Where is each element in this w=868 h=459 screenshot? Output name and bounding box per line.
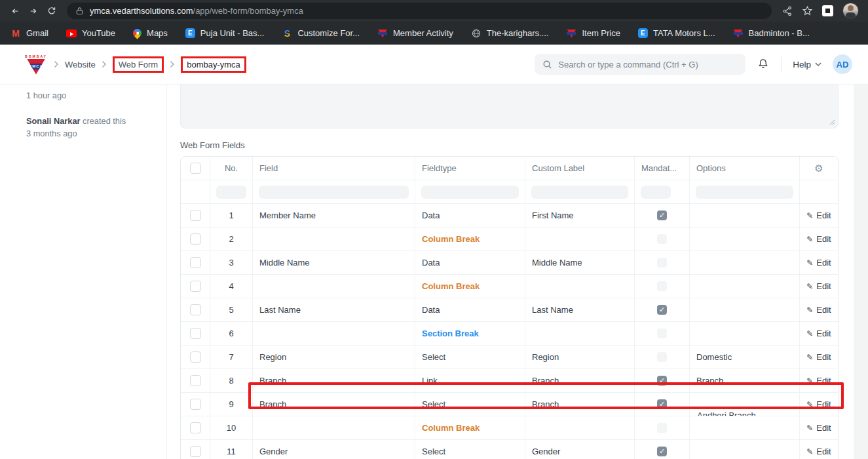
- options-cell: Branch: [690, 369, 800, 392]
- filter-input-options[interactable]: [696, 186, 793, 199]
- user-avatar[interactable]: AD: [833, 54, 852, 74]
- fieldtype-value: Column Break: [422, 234, 480, 244]
- edit-button[interactable]: ✎Edit: [802, 304, 835, 315]
- table-row-4[interactable]: 4Column Break✎Edit: [181, 275, 838, 298]
- resize-handle-icon[interactable]: [829, 119, 835, 125]
- edit-button[interactable]: ✎Edit: [802, 233, 835, 245]
- mandatory-checkbox[interactable]: [657, 234, 667, 244]
- column-header-custom-label: Custom Label: [525, 157, 635, 180]
- filter-input-field[interactable]: [259, 186, 409, 199]
- breadcrumb-item-web-form[interactable]: Web Form: [119, 60, 158, 70]
- help-menu[interactable]: Help: [793, 60, 821, 70]
- table-row-1[interactable]: 1Member NameDataFirst Name✓✎Edit: [181, 204, 838, 228]
- row-checkbox[interactable]: [190, 446, 201, 457]
- row-checkbox[interactable]: [190, 281, 201, 292]
- mandatory-checkbox[interactable]: ✓: [657, 399, 667, 409]
- table-row-8[interactable]: 8BranchLinkBranch✓Branch✎Edit: [181, 369, 838, 393]
- mandatory-checkbox[interactable]: [657, 352, 667, 362]
- bookmark-customize-for[interactable]: SCustomize For...: [282, 28, 360, 39]
- created-timestamp: 3 months ago: [26, 129, 77, 138]
- bookmark-puja-unit-bas[interactable]: EPuja Unit - Bas...: [185, 28, 265, 38]
- row-checkbox[interactable]: [190, 422, 201, 433]
- app-logo[interactable]: BOMBAY YMCA: [25, 54, 47, 75]
- table-row-11[interactable]: 11GenderSelectGender✓Male✎Edit: [181, 440, 838, 459]
- table-row-7[interactable]: 7RegionSelectRegionDomestic✎Edit: [181, 346, 838, 369]
- bookmark-maps[interactable]: Maps: [133, 28, 168, 38]
- address-bar[interactable]: ymca.vedarthsolutions.com/app/web-form/b…: [67, 3, 772, 19]
- custom-label-cell: [525, 228, 635, 250]
- filter-input-custom-label[interactable]: [531, 186, 628, 199]
- pencil-icon: ✎: [806, 447, 813, 456]
- edit-button[interactable]: ✎Edit: [802, 328, 835, 339]
- bookmark-item-price[interactable]: Item Price: [566, 28, 620, 39]
- row-checkbox[interactable]: [190, 351, 201, 363]
- fieldtype-cell: Link: [415, 369, 525, 392]
- row-checkbox[interactable]: [190, 399, 201, 410]
- breadcrumb-item-bombay-ymca[interactable]: bombay-ymca: [187, 60, 240, 70]
- bookmark-the-karighars[interactable]: The-karighars....: [471, 28, 549, 39]
- options-cell: Domestic: [690, 346, 800, 369]
- table-row-3[interactable]: 3Middle NameDataMiddle Name✎Edit: [181, 251, 838, 275]
- bookmark-star-icon[interactable]: [802, 5, 813, 16]
- bookmark-member-activity[interactable]: Member Activity: [377, 28, 453, 39]
- edit-cell: ✎Edit: [800, 298, 838, 321]
- table-row-9[interactable]: 9BranchSelectBranch✓Andheri Branch✎Edit: [181, 393, 838, 416]
- row-checkbox[interactable]: [190, 304, 201, 315]
- edit-button[interactable]: ✎Edit: [802, 351, 835, 363]
- filter-input-mandatory[interactable]: [641, 186, 671, 199]
- mandatory-checkbox[interactable]: [657, 258, 667, 268]
- chevron-down-icon: [815, 62, 821, 67]
- filter-input-fieldtype[interactable]: [421, 186, 519, 199]
- bookmark-gmail[interactable]: MGmail: [10, 28, 48, 39]
- bookmark-tata-motors-l[interactable]: ETATA Motors L...: [638, 28, 715, 38]
- row-checkbox[interactable]: [190, 375, 201, 386]
- bookmark-youtube[interactable]: YouTube: [66, 28, 115, 38]
- fieldtype-value: Data: [422, 305, 440, 315]
- edit-button[interactable]: ✎Edit: [802, 399, 835, 410]
- share-icon[interactable]: [782, 6, 793, 16]
- browser-profile-avatar[interactable]: [842, 3, 859, 19]
- edit-button[interactable]: ✎Edit: [802, 257, 835, 268]
- created-info: Sonali Narkar created this 3 months ago: [26, 115, 153, 140]
- back-icon[interactable]: [7, 3, 24, 20]
- breadcrumb-item-website[interactable]: Website: [65, 60, 96, 70]
- table-row-5[interactable]: 5Last NameDataLast Name✓✎Edit: [181, 298, 838, 322]
- bell-icon[interactable]: [757, 58, 770, 71]
- mandatory-checkbox[interactable]: [657, 281, 667, 291]
- row-checkbox[interactable]: [190, 257, 201, 268]
- gear-icon[interactable]: ⚙: [814, 163, 823, 174]
- table-row-6[interactable]: 6Section Break✎Edit: [181, 322, 838, 346]
- bookmark-label: Item Price: [582, 28, 620, 38]
- extension-icon[interactable]: [822, 5, 833, 16]
- lock-icon: [75, 6, 85, 16]
- table-row-10[interactable]: 10Column Break✎Edit: [181, 416, 838, 440]
- column-header-mandat: Mandat...: [635, 157, 690, 180]
- row-select-cell: [181, 346, 210, 369]
- mandatory-checkbox[interactable]: ✓: [657, 447, 667, 456]
- edit-button[interactable]: ✎Edit: [802, 375, 835, 386]
- filter-input-no[interactable]: [216, 186, 246, 199]
- mandatory-checkbox[interactable]: ✓: [657, 305, 667, 315]
- edit-button[interactable]: ✎Edit: [802, 446, 835, 457]
- page-scrollbar[interactable]: [854, 85, 868, 459]
- row-checkbox[interactable]: [190, 210, 201, 221]
- mandatory-checkbox[interactable]: [657, 329, 667, 338]
- select-all-checkbox[interactable]: [190, 163, 201, 174]
- mandatory-checkbox[interactable]: [657, 423, 667, 433]
- search-input[interactable]: Search or type a command (Ctrl + G): [535, 54, 745, 75]
- browser-toolbar: ymca.vedarthsolutions.com/app/web-form/b…: [0, 0, 868, 22]
- comment-textarea[interactable]: [180, 85, 839, 129]
- mandatory-checkbox[interactable]: ✓: [657, 210, 667, 220]
- row-no-cell: 11: [210, 440, 253, 459]
- youtube-icon: [66, 30, 77, 37]
- edit-button[interactable]: ✎Edit: [802, 210, 835, 221]
- table-row-2[interactable]: 2Column Break✎Edit: [181, 228, 838, 251]
- reload-icon[interactable]: [43, 3, 60, 20]
- mandatory-checkbox[interactable]: ✓: [657, 376, 667, 386]
- row-checkbox[interactable]: [190, 328, 201, 339]
- edit-button[interactable]: ✎Edit: [802, 281, 835, 292]
- edit-button[interactable]: ✎Edit: [802, 422, 835, 433]
- forward-icon[interactable]: [25, 3, 42, 20]
- row-checkbox[interactable]: [190, 233, 201, 245]
- bookmark-badminton-b[interactable]: Badminton - B...: [733, 28, 810, 39]
